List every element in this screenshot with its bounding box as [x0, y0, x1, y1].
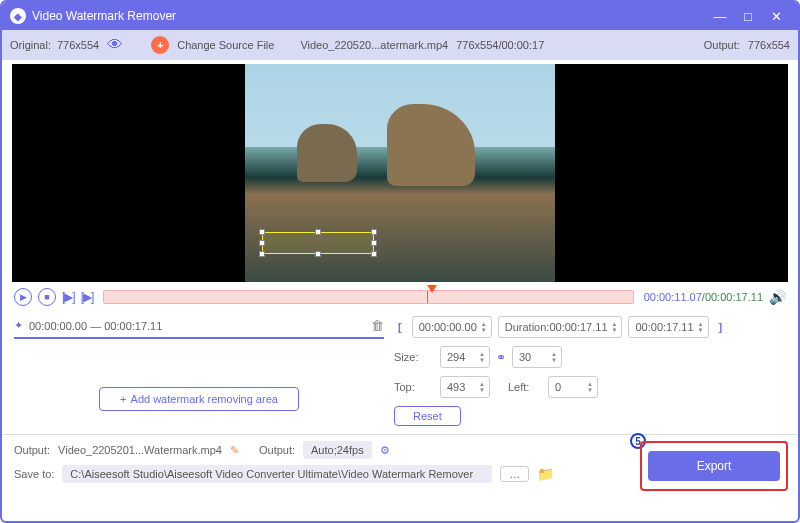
prev-frame-button[interactable]: [▶] [62, 290, 75, 304]
plus-icon: + [120, 393, 126, 405]
output-dims: 776x554 [748, 39, 790, 51]
height-input[interactable]: 30▲▼ [512, 346, 562, 368]
original-label: Original: [10, 39, 51, 51]
segment-marker-icon[interactable]: ✦ [14, 319, 23, 332]
change-source-label[interactable]: Change Source File [177, 39, 274, 51]
timeline-track[interactable] [103, 290, 633, 304]
top-input[interactable]: 493▲▼ [440, 376, 490, 398]
playhead-marker-icon[interactable] [427, 285, 437, 293]
output-label: Output: [704, 39, 740, 51]
toolbar: Original: 776x554 👁 + Change Source File… [2, 30, 798, 60]
playback-controls: ▶ ■ [▶] [▶] 00:00:11.07/00:00:17.11 🔊 [2, 282, 798, 312]
output-settings-icon[interactable]: ⚙ [380, 444, 390, 457]
export-highlight: Export [640, 441, 788, 491]
duration-input[interactable]: Duration:00:00:17.11▲▼ [498, 316, 623, 338]
left-label: Left: [508, 381, 542, 393]
output-format-label: Output: [259, 444, 295, 456]
current-time: 00:00:11.07 [644, 291, 702, 303]
add-source-button[interactable]: + [151, 36, 169, 54]
watermark-selection-box[interactable] [262, 232, 374, 254]
app-logo-icon: ◆ [10, 8, 26, 24]
total-time: /00:00:17.11 [702, 291, 763, 303]
set-start-bracket[interactable]: [ [394, 321, 406, 333]
size-label: Size: [394, 351, 434, 363]
output-filename: Video_2205201...Watermark.mp4 [58, 444, 222, 456]
save-to-label: Save to: [14, 468, 54, 480]
add-watermark-area-button[interactable]: + Add watermark removing area [99, 387, 299, 411]
open-folder-icon[interactable]: 📁 [537, 466, 554, 482]
left-input[interactable]: 0▲▼ [548, 376, 598, 398]
lock-aspect-icon[interactable]: ⚭ [496, 350, 506, 364]
segment-bar: ✦ 00:00:00.00 — 00:00:17.11 🗑 [14, 316, 384, 339]
original-dims: 776x554 [57, 39, 99, 51]
browse-path-button[interactable]: … [500, 466, 529, 482]
output-file-label: Output: [14, 444, 50, 456]
output-format[interactable]: Auto;24fps [303, 441, 372, 459]
bottom-panel: 5 Export Output: Video_2205201...Waterma… [2, 434, 798, 489]
maximize-button[interactable]: □ [734, 9, 762, 24]
start-time-input[interactable]: 00:00:00.00▲▼ [412, 316, 492, 338]
close-button[interactable]: ✕ [762, 9, 790, 24]
preview-toggle-icon[interactable]: 👁 [107, 36, 123, 54]
set-end-bracket[interactable]: ] [715, 321, 727, 333]
segment-range: 00:00:00.00 — 00:00:17.11 [29, 320, 371, 332]
stop-button[interactable]: ■ [38, 288, 56, 306]
volume-icon[interactable]: 🔊 [769, 289, 786, 305]
current-filename: Video_220520...atermark.mp4 [300, 39, 448, 51]
app-title: Video Watermark Remover [32, 9, 706, 23]
titlebar: ◆ Video Watermark Remover — □ ✕ [2, 2, 798, 30]
top-label: Top: [394, 381, 434, 393]
rename-output-icon[interactable]: ✎ [230, 444, 239, 457]
reset-button[interactable]: Reset [394, 406, 461, 426]
minimize-button[interactable]: — [706, 9, 734, 24]
delete-segment-icon[interactable]: 🗑 [371, 318, 384, 333]
width-input[interactable]: 294▲▼ [440, 346, 490, 368]
file-info: 776x554/00:00:17 [456, 39, 544, 51]
play-button[interactable]: ▶ [14, 288, 32, 306]
video-preview[interactable] [12, 64, 788, 282]
export-button[interactable]: Export [648, 451, 780, 481]
end-time-input[interactable]: 00:00:17.11▲▼ [628, 316, 708, 338]
next-frame-button[interactable]: [▶] [81, 290, 94, 304]
save-path: C:\Aiseesoft Studio\Aiseesoft Video Conv… [62, 465, 492, 483]
